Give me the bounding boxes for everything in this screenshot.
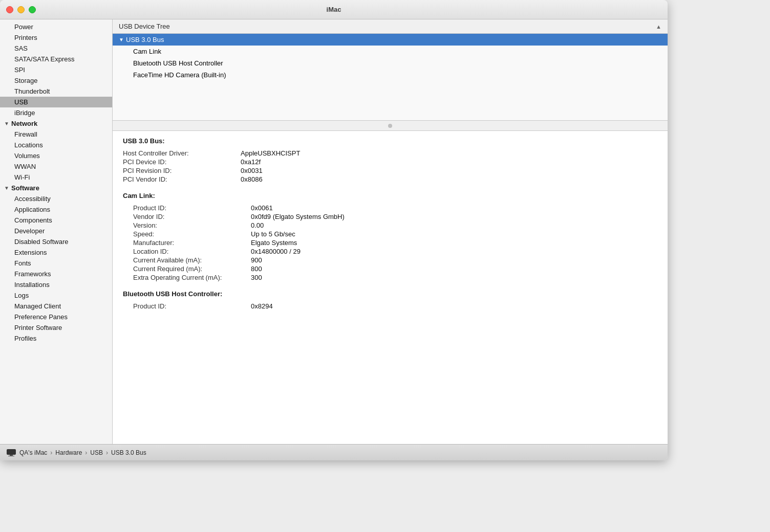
detail-value: AppleUSBXHCISPT (241, 149, 657, 158)
sidebar-item-software[interactable]: ▼ Software (0, 183, 112, 193)
triangle-icon: ▼ (4, 185, 9, 191)
sidebar-item-label: WWAN (14, 163, 36, 170)
sidebar-item-label: Accessibility (14, 195, 51, 203)
sidebar-item-label: Developer (14, 227, 45, 235)
close-button[interactable] (6, 6, 13, 13)
detail-value: 300 (251, 273, 657, 282)
sidebar-item-label: Locations (14, 141, 43, 149)
tree-item-camlink[interactable]: Cam Link (113, 46, 668, 57)
maximize-button[interactable] (29, 6, 36, 13)
tree-item-label: Cam Link (133, 48, 161, 55)
sidebar-item-network[interactable]: ▼ Network (0, 118, 112, 129)
detail-value: 0x0061 (251, 204, 657, 212)
svg-rect-2 (8, 456, 14, 456)
sidebar-item-disabled-software[interactable]: Disabled Software (0, 236, 112, 247)
sidebar-item-power[interactable]: Power (0, 21, 112, 32)
tree-item-usb30bus[interactable]: ▼ USB 3.0 Bus (113, 34, 668, 46)
tree-item-label: FaceTime HD Camera (Built-in) (133, 71, 226, 79)
tree-item-label: Bluetooth USB Host Controller (133, 59, 223, 67)
detail-value: 0x0fd9 (Elgato Systems GmbH) (251, 212, 657, 221)
usb30bus-title: USB 3.0 Bus: (123, 137, 657, 145)
detail-label: Vendor ID: (133, 212, 251, 221)
detail-value: 0x8294 (251, 302, 657, 311)
sidebar-item-spi[interactable]: SPI (0, 64, 112, 75)
sidebar-item-label: Thunderbolt (14, 87, 50, 95)
sidebar-item-firewall[interactable]: Firewall (0, 129, 112, 140)
sidebar-item-label: Logs (14, 292, 29, 299)
svg-rect-1 (10, 455, 13, 456)
sidebar-item-label: Frameworks (14, 270, 51, 278)
detail-label: Current Required (mA): (133, 264, 251, 273)
sidebar-item-printers[interactable]: Printers (0, 32, 112, 43)
sidebar-item-usb[interactable]: USB (0, 97, 112, 107)
sidebar-item-installations[interactable]: Installations (0, 279, 112, 290)
sidebar-item-managed-client[interactable]: Managed Client (0, 301, 112, 312)
detail-value: 800 (251, 264, 657, 273)
content-area: USB Device Tree ▲ ▼ USB 3.0 Bus Cam Link… (113, 19, 668, 444)
sidebar-item-developer[interactable]: Developer (0, 226, 112, 236)
sidebar-item-wifi[interactable]: Wi-Fi (0, 172, 112, 183)
detail-label: Current Available (mA): (133, 256, 251, 264)
sidebar-item-storage[interactable]: Storage (0, 75, 112, 86)
sidebar-item-label: Components (14, 216, 52, 224)
tree-item-facetime[interactable]: FaceTime HD Camera (Built-in) (113, 69, 668, 81)
detail-value: 900 (251, 256, 657, 264)
usb-tree-title: USB Device Tree (119, 23, 170, 30)
sidebar-item-label: Software (11, 184, 39, 192)
sidebar-item-label: Installations (14, 281, 50, 289)
sidebar-item-label: Fonts (14, 259, 31, 267)
sidebar-item-components[interactable]: Components (0, 215, 112, 226)
sidebar-item-printer-software[interactable]: Printer Software (0, 322, 112, 333)
tree-item-bluetooth[interactable]: Bluetooth USB Host Controller (113, 57, 668, 69)
sidebar-item-label: Applications (14, 206, 50, 213)
detail-label: Location ID: (133, 247, 251, 256)
sidebar-item-thunderbolt[interactable]: Thunderbolt (0, 86, 112, 97)
detail-value: Up to 5 Gb/sec (251, 230, 657, 238)
sidebar-item-label: Firewall (14, 130, 37, 138)
sidebar-item-label: SATA/SATA Express (14, 55, 75, 63)
monitor-icon (6, 449, 16, 456)
sidebar-item-logs[interactable]: Logs (0, 290, 112, 301)
sidebar-item-applications[interactable]: Applications (0, 204, 112, 215)
detail-value: 0x0031 (241, 166, 657, 175)
sidebar-item-locations[interactable]: Locations (0, 140, 112, 150)
sidebar-item-volumes[interactable]: Volumes (0, 150, 112, 161)
sidebar-item-label: Profiles (14, 335, 36, 342)
sidebar: Power Printers SAS SATA/SATA Express SPI… (0, 19, 113, 444)
bluetooth-table: Product ID: 0x8294 (123, 302, 657, 311)
sidebar-item-label: Preference Panes (14, 313, 68, 321)
sidebar-item-frameworks[interactable]: Frameworks (0, 269, 112, 279)
detail-label: Extra Operating Current (mA): (133, 273, 251, 282)
detail-label: Product ID: (133, 204, 251, 212)
bottom-bar: QA's iMac › Hardware › USB › USB 3.0 Bus (0, 444, 668, 460)
collapse-icon[interactable]: ▲ (656, 24, 661, 30)
window-title: iMac (327, 6, 341, 13)
sidebar-item-preference-panes[interactable]: Preference Panes (0, 312, 112, 322)
breadcrumb-separator-2: › (106, 449, 108, 456)
sidebar-item-label: USB (14, 98, 28, 106)
breadcrumb-separator-0: › (50, 449, 52, 456)
detail-label: Version: (133, 221, 251, 230)
minimize-button[interactable] (17, 6, 25, 13)
sidebar-item-wwan[interactable]: WWAN (0, 161, 112, 172)
traffic-lights (6, 6, 36, 13)
sidebar-item-sata[interactable]: SATA/SATA Express (0, 54, 112, 64)
detail-label: PCI Revision ID: (123, 166, 241, 175)
usb-tree-panel[interactable]: ▼ USB 3.0 Bus Cam Link Bluetooth USB Hos… (113, 34, 668, 121)
detail-label: Host Controller Driver: (123, 149, 241, 158)
bluetooth-title: Bluetooth USB Host Controller: (123, 290, 657, 298)
sidebar-item-sas[interactable]: SAS (0, 43, 112, 54)
breadcrumb-separator-1: › (85, 449, 87, 456)
scroll-dot (388, 124, 392, 128)
sidebar-item-label: Printers (14, 34, 37, 41)
sidebar-item-accessibility[interactable]: Accessibility (0, 193, 112, 204)
detail-label: Speed: (133, 230, 251, 238)
sidebar-item-fonts[interactable]: Fonts (0, 258, 112, 269)
sidebar-item-profiles[interactable]: Profiles (0, 333, 112, 344)
sidebar-item-label: SPI (14, 66, 25, 74)
sidebar-item-extensions[interactable]: Extensions (0, 247, 112, 258)
sidebar-item-ibridge[interactable]: iBridge (0, 107, 112, 118)
main-layout: Power Printers SAS SATA/SATA Express SPI… (0, 19, 668, 444)
detail-label: Product ID: (133, 302, 251, 311)
triangle-icon: ▼ (119, 37, 124, 42)
